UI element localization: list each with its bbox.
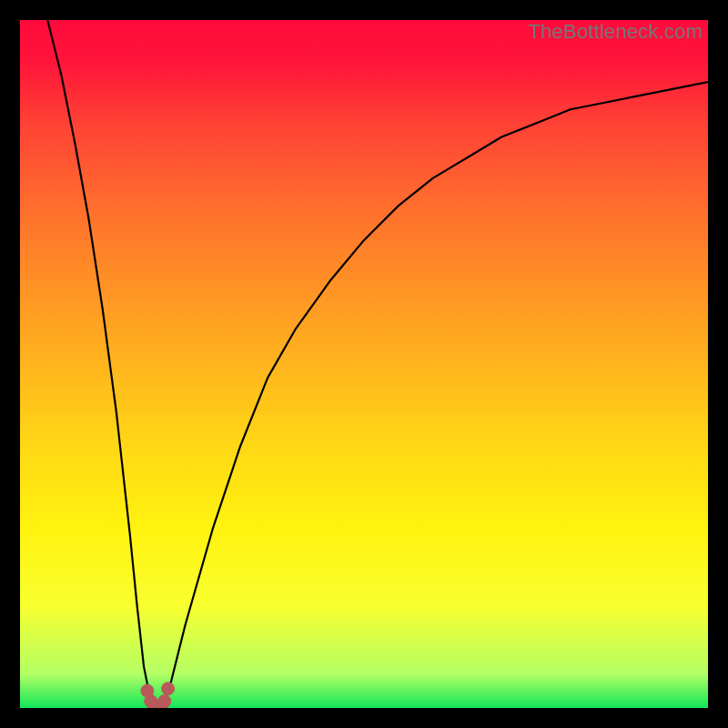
- minimum-marker: [158, 694, 171, 707]
- plot-area: TheBottleneck.com: [20, 20, 708, 708]
- chart-svg: [20, 20, 708, 708]
- minimum-marker: [162, 682, 175, 695]
- minimum-marker-group: [141, 682, 175, 708]
- bottleneck-curve: [47, 20, 708, 708]
- chart-frame: TheBottleneck.com: [0, 0, 728, 728]
